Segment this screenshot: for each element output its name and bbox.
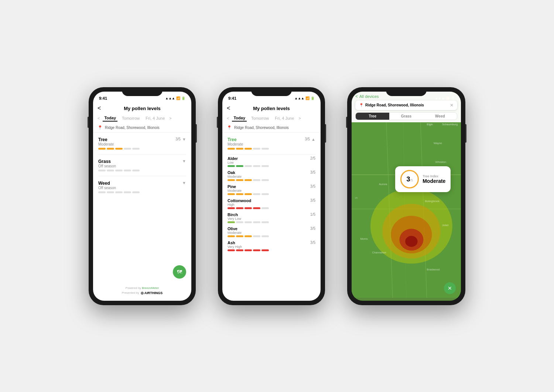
tab-tomorrow-2[interactable]: Tomorrow (250, 115, 270, 121)
status-time-1: 9:41 (99, 96, 107, 100)
tree-name-1: Tree (98, 137, 114, 142)
wifi-icon-1: 📶 (176, 96, 180, 100)
tooltip-value: Moderate (423, 178, 445, 184)
tree-bars-2 (222, 148, 321, 153)
svg-text:Elgin: Elgin (427, 122, 433, 126)
tab-fri-1[interactable]: Fri, 4 June (144, 115, 166, 121)
tree-section-1[interactable]: Tree Moderate 3/5 ▼ (93, 133, 191, 154)
tree-status-1: Moderate (98, 142, 114, 146)
cottonwood-status: High (228, 203, 251, 207)
pine-status: Moderate (228, 189, 242, 192)
svg-text:Aurora: Aurora (379, 182, 387, 185)
back-arrow-map[interactable]: < (355, 94, 358, 99)
location-icon-1: 📍 (98, 125, 103, 130)
birch-status: Very Low (228, 217, 241, 221)
svg-text:Wayne: Wayne (434, 141, 442, 144)
tab-grass-3[interactable]: Grass (389, 113, 423, 120)
tab-fri-2[interactable]: Fri, 4 June (273, 115, 295, 121)
tree-section-2[interactable]: Tree Moderate 3/5 ▲ (222, 133, 321, 154)
birch-score: 1/5 (310, 212, 315, 217)
location-row-2: 📍 Ridge Road, Shorewood, Illionois (222, 123, 321, 133)
map-close-button[interactable]: ✕ (444, 282, 456, 294)
weed-bars-1 (93, 191, 191, 196)
tree-chevron-1: ▼ (182, 137, 186, 142)
gbar-5 (132, 170, 140, 171)
tooltip-text: Tree Index Moderate (423, 174, 445, 184)
alder-score: 2/5 (310, 156, 315, 160)
status-time-2: 9:41 (228, 96, 236, 100)
close-button-3[interactable]: ✕ (450, 103, 454, 108)
cottonwood-name: Cottonwood (228, 198, 251, 203)
svg-text:Bolingbrook: Bolingbrook (425, 200, 440, 203)
back-button-1[interactable]: < (98, 105, 101, 112)
all-devices-text[interactable]: All devices (359, 94, 379, 99)
cottonwood-bars (222, 207, 321, 211)
cottonwood-score: 3/5 (310, 198, 315, 202)
type-tabs-3: Tree Grass Weed (355, 112, 457, 120)
tab-tree-3[interactable]: Tree (356, 113, 389, 120)
airthings-icon-1: ◎ (141, 291, 144, 295)
sub-item-olive: OliveModerate 3/5 (222, 225, 321, 235)
tree-chevron-2: ▲ (311, 137, 315, 142)
oak-score: 3/5 (310, 170, 315, 174)
grass-section-1[interactable]: Grass Off season ▼ (93, 154, 191, 176)
airthings-logo-1: ◎ AIRTHINGS (141, 291, 163, 295)
tab-tomorrow-1[interactable]: Tomorrow (120, 115, 141, 121)
grass-chevron-1: ▼ (182, 159, 186, 163)
scene: 9:41 ▲▲▲ 📶 🔋 < My pollen levels < Today … (0, 0, 554, 392)
score-number: 3 (406, 175, 410, 183)
olive-bars (222, 235, 321, 239)
tab-prev-1[interactable]: < (98, 116, 100, 120)
tab-today-1[interactable]: Today (103, 115, 117, 122)
olive-name: Olive (228, 226, 242, 231)
svg-text:Channahon: Channahon (372, 250, 386, 254)
tree-bars-1 (93, 148, 191, 153)
wbar-2 (107, 191, 114, 193)
tree-status-2: Moderate (228, 142, 243, 146)
airthings-name-1: AIRTHINGS (144, 291, 163, 295)
gbar-4 (124, 170, 131, 171)
location-icon-2: 📍 (227, 125, 232, 130)
pine-bars (222, 193, 321, 197)
breezo-link-1[interactable]: BreezoMeter (142, 286, 159, 290)
wifi-icon-2: 📶 (305, 96, 310, 100)
alder-bars (222, 165, 321, 168)
bar-1 (98, 148, 106, 150)
tab-prev-2[interactable]: < (227, 116, 229, 120)
gbar-1 (98, 170, 106, 171)
presented-label-1: Presented by (122, 291, 139, 294)
ash-score: 3/5 (310, 241, 315, 245)
battery-icon-1: 🔋 (181, 96, 185, 100)
tab-bar-2: < Today Tomorrow Fri, 4 June > (222, 113, 321, 123)
bar-3 (115, 148, 123, 150)
oak-status: Moderate (228, 175, 242, 178)
tree-score-1: 3/5 (175, 137, 181, 141)
map-svg: Elgin Schaumburg Wayne Wheaton Aurora Na… (352, 103, 461, 301)
phone-1: 9:41 ▲▲▲ 📶 🔋 < My pollen levels < Today … (89, 87, 196, 305)
oak-bars (222, 179, 321, 183)
birch-name: Birch (228, 212, 241, 217)
status-icons-1: ▲▲▲ 📶 🔋 (165, 96, 185, 100)
tab-bar-1: < Today Tomorrow Fri, 4 June > (93, 113, 191, 123)
bar-5 (132, 148, 140, 150)
location-card-text: Ridge Road, Shorewood, Illionois (365, 103, 424, 107)
wbar-4 (124, 191, 131, 193)
weed-section-1[interactable]: Weed Off season ▼ (93, 176, 191, 198)
back-button-2[interactable]: < (227, 105, 230, 112)
weed-name-1: Weed (98, 181, 116, 186)
svg-text:ch: ch (355, 196, 358, 199)
grass-name-1: Grass (98, 159, 116, 164)
phone-2: 9:41 ▲▲▲ 📶 🔋 < My pollen levels < Today … (218, 87, 325, 305)
map-fab-1[interactable]: 🗺 (173, 265, 186, 279)
svg-text:Joliet: Joliet (442, 223, 448, 226)
header-title-1: My pollen levels (124, 106, 161, 111)
tab-next-1[interactable]: > (169, 116, 171, 120)
oak-name: Oak (228, 170, 242, 175)
tab-weed-3[interactable]: Weed (423, 113, 457, 120)
tab-today-2[interactable]: Today (232, 115, 247, 122)
ash-name: Ash (228, 241, 242, 245)
tab-next-2[interactable]: > (298, 116, 301, 120)
gbar-3 (115, 170, 123, 171)
app-header-1: < My pollen levels (93, 103, 191, 113)
location-text-1: Ridge Road, Shorewood, Illionois (105, 126, 160, 130)
